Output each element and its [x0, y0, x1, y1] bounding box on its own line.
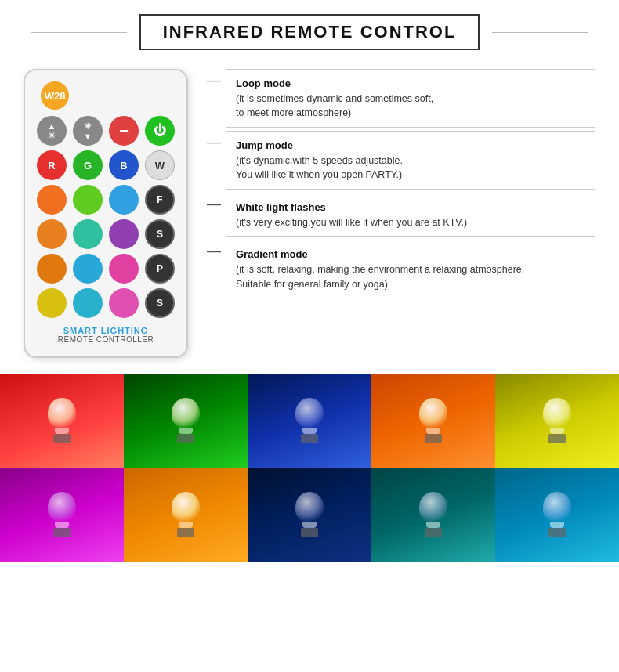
minus-btn[interactable]: −	[109, 116, 139, 146]
magenta-bulb	[48, 492, 76, 537]
amber-bulb	[172, 492, 200, 537]
sky-color-btn[interactable]	[109, 185, 139, 215]
desc-gradient-mode: — Gradient mode (it is soft, relaxing, m…	[207, 240, 595, 298]
bulb-grid-row1	[0, 374, 619, 468]
arrow-white-flash: —	[207, 196, 221, 212]
cyan-bulb	[543, 492, 571, 537]
desc-jump-mode: — Jump mode (it's dynamic,with 5 speeds …	[207, 131, 595, 190]
yellow-bulb-cell	[495, 374, 619, 468]
blue-bulb-cell	[248, 374, 371, 468]
header-section: INFRARED REMOTE CONTROL	[0, 0, 619, 61]
teal-bulb-neck	[426, 522, 440, 528]
teal-bulb-base	[425, 528, 442, 537]
red-bulb	[48, 398, 76, 443]
header-title-box: INFRARED REMOTE CONTROL	[139, 14, 480, 50]
orange-color-btn[interactable]	[37, 185, 67, 215]
dark-blue-bulb-base	[301, 528, 318, 537]
orange-bulb-cell	[371, 374, 495, 468]
red-bulb-globe	[48, 398, 76, 428]
blue-btn[interactable]: B	[109, 150, 139, 180]
remote-row-5: P	[37, 254, 175, 284]
orange-bulb-neck	[426, 428, 440, 434]
brightness-up-btn[interactable]: ▲☀	[37, 116, 67, 146]
teal-bulb-globe	[419, 492, 447, 522]
amber-bulb-globe	[172, 492, 200, 522]
blue-bulb-globe	[295, 398, 324, 428]
cyan-color-btn[interactable]	[73, 288, 103, 318]
dark-blue-bulb-globe	[295, 492, 324, 522]
pink2-color-btn[interactable]	[109, 288, 139, 318]
magenta-bulb-neck	[55, 522, 69, 528]
yellow-bulb-neck	[550, 428, 564, 434]
remote-row-rgbw: R G B W	[37, 150, 175, 180]
red-btn[interactable]: R	[37, 150, 67, 180]
header-title: INFRARED REMOTE CONTROL	[163, 22, 457, 42]
magenta-bulb-globe	[48, 492, 76, 522]
cyan-bulb-cell	[495, 468, 619, 562]
header-line-left	[31, 32, 127, 33]
header-line-right	[492, 32, 588, 33]
yellow-bulb-base	[548, 434, 566, 443]
remote-row-6: S	[37, 288, 175, 318]
orange-bulb	[419, 398, 447, 443]
orange2-color-btn[interactable]	[37, 219, 67, 249]
arrow-gradient: —	[207, 243, 221, 259]
power-btn[interactable]: ⏻	[145, 116, 175, 146]
remote-logo: W28	[41, 81, 69, 110]
remote-row-3: F	[37, 185, 175, 215]
white-flash-title: White light flashes	[236, 200, 585, 215]
lime-color-btn[interactable]	[73, 185, 103, 215]
pink-color-btn[interactable]	[109, 254, 139, 284]
remote-row-control: ▲☀ ☀▼ − ⏻	[37, 116, 175, 146]
green-bulb-globe	[172, 398, 200, 428]
dark-blue-bulb	[295, 492, 324, 537]
f-btn[interactable]: F	[145, 185, 175, 215]
jump-mode-title: Jump mode	[236, 138, 585, 154]
desc-white-flash: — White light flashes (it's very excitin…	[207, 193, 595, 237]
remote-sub-label: REMOTE CONTROLLER	[58, 335, 154, 344]
purple-color-btn[interactable]	[109, 219, 139, 249]
yellow-color-btn[interactable]	[37, 288, 67, 318]
arrow-jump: —	[207, 134, 221, 150]
remote-control: W28 ▲☀ ☀▼ − ⏻ R G B W	[24, 69, 188, 358]
remote-label-section: SMART LIGHTING REMOTE CONTROLLER	[58, 326, 154, 344]
remote-row-4: S	[37, 219, 175, 249]
jump-mode-box: Jump mode (it's dynamic,with 5 speeds ad…	[226, 131, 595, 190]
magenta-bulb-cell	[0, 468, 124, 562]
blue-bulb-neck	[302, 428, 317, 434]
green-btn[interactable]: G	[73, 150, 103, 180]
amber-bulb-base	[177, 528, 194, 537]
dark-blue-bulb-neck	[302, 522, 317, 528]
green-bulb-cell	[124, 374, 248, 468]
desc-loop-mode: — Loop mode (it is sometimes dynamic and…	[207, 69, 595, 128]
p-btn[interactable]: P	[145, 254, 175, 284]
green-bulb-base	[177, 434, 194, 443]
loop-mode-box: Loop mode (it is sometimes dynamic and s…	[226, 69, 595, 128]
jump-mode-body: (it's dynamic,with 5 speeds adjustable.Y…	[236, 154, 585, 183]
white-flash-body: (it's very exciting,you will like it whe…	[236, 215, 585, 230]
yellow-bulb	[543, 398, 571, 443]
teal-color-btn[interactable]	[73, 219, 103, 249]
remote-section: W28 ▲☀ ☀▼ − ⏻ R G B W	[0, 61, 619, 374]
white-btn[interactable]: W	[145, 150, 175, 180]
red-bulb-neck	[55, 428, 69, 434]
blue-bulb-base	[301, 434, 318, 443]
remote-brand-label: SMART LIGHTING	[58, 326, 154, 335]
loop-mode-title: Loop mode	[236, 76, 585, 92]
orange3-color-btn[interactable]	[37, 254, 67, 284]
orange-bulb-base	[425, 434, 442, 443]
gradient-mode-body: (it is soft, relaxing, making the enviro…	[236, 262, 585, 292]
cyan-bulb-globe	[543, 492, 571, 522]
white-flash-box: White light flashes (it's very exciting,…	[226, 193, 595, 237]
amber-bulb-cell	[124, 468, 248, 562]
brightness-down-btn[interactable]: ☀▼	[73, 116, 103, 146]
gradient-mode-title: Gradient mode	[236, 247, 585, 262]
loop-mode-body: (it is sometimes dynamic and sometimes s…	[236, 92, 585, 121]
s1-btn[interactable]: S	[145, 219, 175, 249]
arrow-loop: —	[207, 72, 221, 89]
s2-btn[interactable]: S	[145, 288, 175, 318]
green-bulb-neck	[179, 428, 193, 434]
teal-bulb	[419, 492, 447, 537]
amber-bulb-neck	[179, 522, 193, 528]
sky2-color-btn[interactable]	[73, 254, 103, 284]
